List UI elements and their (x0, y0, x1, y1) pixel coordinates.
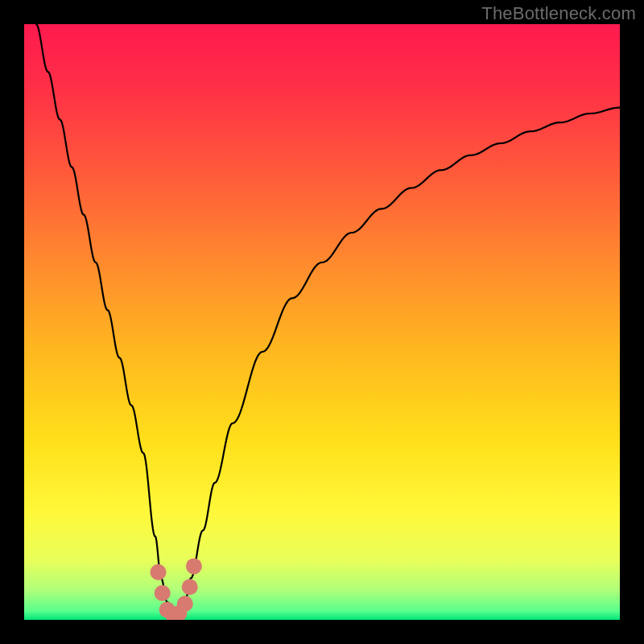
plot-area (24, 24, 620, 620)
watermark-text: TheBottleneck.com (481, 3, 636, 24)
marker-dot (182, 579, 198, 595)
chart-frame: TheBottleneck.com (0, 0, 644, 644)
marker-dot (155, 585, 171, 601)
gradient-background (24, 24, 620, 620)
marker-dot (177, 596, 193, 612)
marker-dot (186, 558, 202, 574)
marker-dot (151, 564, 167, 580)
bottleneck-chart (24, 24, 620, 620)
